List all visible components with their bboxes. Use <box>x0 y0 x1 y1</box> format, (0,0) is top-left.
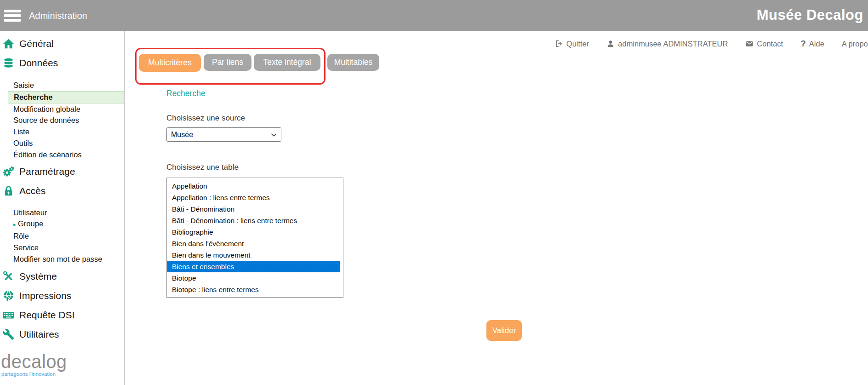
top-bar: Administration Musée Decalog <box>0 0 868 31</box>
envelope-icon <box>745 40 754 48</box>
chevron-right-icon: ▸ <box>13 221 16 228</box>
sidebar-item-saisie[interactable]: Saisie <box>8 80 124 91</box>
tools-icon <box>2 270 15 282</box>
a-propos-link[interactable]: A propos <box>842 40 868 48</box>
contact-link[interactable]: Contact <box>745 40 783 48</box>
hamburger-icon[interactable] <box>4 10 21 22</box>
page-title: Administration <box>29 0 87 31</box>
section-heading: Recherche <box>166 89 206 98</box>
source-select-value: Musée <box>171 131 193 139</box>
source-select[interactable]: Musée <box>166 127 281 142</box>
sidebar-item-parametrage[interactable]: Paramétrage <box>0 162 124 181</box>
sidebar-item-liste[interactable]: Liste <box>8 126 124 138</box>
user-account-link[interactable]: adminmusee ADMINSTRATEUR <box>606 40 728 48</box>
sidebar-item-systeme[interactable]: Système <box>0 267 124 286</box>
wrench-icon <box>2 328 15 340</box>
sidebar-item-edition-scenarios[interactable]: Édition de scénarios <box>8 149 124 161</box>
sidebar-item-utilisateur[interactable]: Utilisateur <box>8 207 124 218</box>
header-links: Quitter adminmusee ADMINSTRATEUR Contact… <box>555 39 868 49</box>
database-icon <box>2 57 15 69</box>
table-option-selected[interactable]: Biens et ensembles <box>167 261 340 272</box>
sidebar-item-label: Données <box>19 57 58 69</box>
tab-par-liens[interactable]: Par liens <box>204 54 251 71</box>
sidebar-item-role[interactable]: Rôle <box>8 230 124 242</box>
tab-multicriteres[interactable]: Multicritères <box>139 54 201 72</box>
aide-link[interactable]: ? Aide <box>800 39 824 49</box>
keyboard-icon <box>2 309 15 321</box>
logout-icon <box>555 40 563 48</box>
globe-print-icon <box>2 290 15 302</box>
user-icon <box>606 40 615 48</box>
sidebar-item-general[interactable]: Général <box>0 34 124 53</box>
sidebar-item-label: Accès <box>19 185 46 196</box>
table-listbox: Appellation Appellation : liens entre te… <box>166 178 343 298</box>
acces-submenu: Utilisateur ▸Groupe Rôle Service Modifie… <box>8 207 124 265</box>
table-option[interactable]: Bibliographie <box>167 226 343 238</box>
sidebar-item-modification-globale[interactable]: Modification globale <box>8 103 124 115</box>
sidebar-item-modifier-mot-de-passe[interactable]: Modifier son mot de passe <box>8 253 124 265</box>
sidebar-item-label: Impressions <box>19 290 71 301</box>
home-icon <box>2 38 15 50</box>
tab-multitables[interactable]: Multitables <box>327 54 379 71</box>
valider-button[interactable]: Valider <box>486 320 522 341</box>
sidebar-item-label: Général <box>19 38 54 49</box>
logo-tagline: partageons l'innovation <box>1 372 124 377</box>
donnees-submenu: Saisie Recherche Modification globale So… <box>8 80 124 161</box>
sidebar-item-outils[interactable]: Outils <box>8 138 124 149</box>
sidebar-item-donnees[interactable]: Données <box>0 53 124 73</box>
tab-texte-integral[interactable]: Texte intégral <box>254 54 320 71</box>
logo-wordmark: decalog <box>1 352 124 371</box>
table-option[interactable]: Appellation <box>167 180 343 192</box>
sidebar-item-requete-dsi[interactable]: Requête DSI <box>0 305 124 325</box>
sidebar-item-source-de-donnees[interactable]: Source de données <box>8 115 124 126</box>
decalog-logo: decalog partageons l'innovation <box>1 352 124 377</box>
sidebar-item-acces[interactable]: Accès <box>0 181 124 201</box>
sidebar-item-service[interactable]: Service <box>8 242 124 253</box>
search-mode-tabs: Multicritères Par liens Texte intégral M… <box>139 54 379 72</box>
table-option[interactable]: Bien dans le mouvement <box>167 249 343 261</box>
question-icon: ? <box>800 39 806 49</box>
source-label: Choisissez une source <box>166 114 245 123</box>
table-option[interactable]: Bâti - Dénomination <box>167 203 343 215</box>
sidebar-item-label: Système <box>19 271 57 282</box>
sidebar-item-groupe[interactable]: ▸Groupe <box>8 218 124 230</box>
table-option[interactable]: Biotope <box>167 272 343 284</box>
sidebar-item-label: Paramétrage <box>19 166 75 177</box>
lock-icon <box>2 185 15 197</box>
sidebar: Général Données Saisie Recherche Modific… <box>0 31 125 385</box>
sidebar-item-impressions[interactable]: Impressions <box>0 286 124 305</box>
sidebar-item-label: Requête DSI <box>19 310 74 321</box>
table-label: Choisissez une table <box>166 163 239 172</box>
brand-title: Musée Decalog <box>757 0 863 31</box>
administration-page: Administration Musée Decalog Général Don… <box>0 0 868 385</box>
gears-icon <box>2 166 15 178</box>
table-option[interactable]: Bâti - Dénomination : liens entre termes <box>167 215 343 226</box>
sidebar-item-utilitaires[interactable]: Utilitaires <box>0 325 124 344</box>
table-option[interactable]: Biotope : liens entre termes <box>167 284 343 295</box>
table-option[interactable]: Bien dans l'évènement <box>167 238 343 249</box>
sidebar-item-recherche-active[interactable]: Recherche <box>8 91 124 103</box>
chevron-down-icon <box>271 132 277 138</box>
table-option[interactable]: Appellation : liens entre termes <box>167 192 343 203</box>
sidebar-item-label: Utilitaires <box>19 329 59 340</box>
quitter-link[interactable]: Quitter <box>555 40 589 48</box>
